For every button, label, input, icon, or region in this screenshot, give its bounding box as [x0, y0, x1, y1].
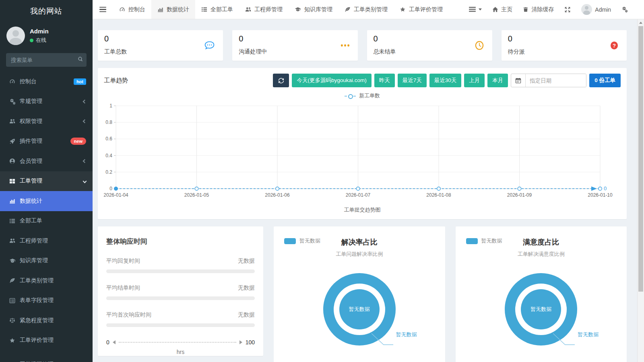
arrow-right-icon — [239, 340, 242, 344]
question-icon: ? — [610, 41, 619, 50]
sidebar-subitem-工程师管理[interactable]: 工程师管理 — [0, 231, 93, 251]
chevron-down-icon — [83, 179, 87, 183]
range-button-昨天[interactable]: 昨天 — [374, 74, 395, 87]
expand-icon — [564, 6, 571, 13]
svg-text:0.2: 0.2 — [105, 169, 112, 175]
chart-legend[interactable]: 暂无数据 — [466, 237, 502, 245]
tab-控制台[interactable]: 控制台 — [113, 0, 151, 19]
callout-label: 暂无数据 — [578, 331, 599, 350]
legend-label: 新工单数 — [359, 93, 380, 99]
home-icon — [492, 6, 498, 12]
gears-icon — [9, 99, 20, 105]
chevron-left-icon — [83, 159, 87, 163]
rocket-icon — [9, 138, 20, 144]
sidebar-subitem-label: 全部工单 — [20, 217, 86, 224]
range-button-最近30天[interactable]: 最近30天 — [429, 74, 462, 87]
user-menu[interactable]: Admin — [576, 4, 616, 15]
home-button[interactable]: 主页 — [487, 6, 518, 13]
metric-value: 无数据 — [238, 311, 255, 319]
tab-工程师管理[interactable]: 工程师管理 — [239, 0, 289, 19]
legend-swatch-icon — [466, 238, 478, 244]
donut-callout: 暂无数据 — [551, 331, 599, 350]
sidebar-item-权限管理[interactable]: 权限管理 — [0, 111, 93, 132]
stat-label: 工单总数 — [104, 48, 217, 56]
chart-legend[interactable]: 新工单数 — [104, 92, 621, 99]
hours-scale: 0 100 — [106, 339, 255, 346]
satisfaction-rate-panel: 暂无数据 满意度占比 工单解决满意度比例 暂无数据 暂无数据 — [456, 226, 627, 362]
range-button-上月[interactable]: 上月 — [464, 74, 485, 87]
range-button-本月[interactable]: 本月 — [487, 74, 508, 87]
search-input[interactable] — [6, 53, 87, 67]
sidebar-subitem-label: 知识库管理 — [20, 257, 86, 264]
tab-工单评价管理[interactable]: 工单评价管理 — [394, 0, 449, 19]
svg-text:0: 0 — [109, 186, 112, 191]
clear-cache-button[interactable]: 清除缓存 — [518, 6, 559, 13]
tabs-menu-button[interactable] — [464, 7, 487, 12]
user-panel: Admin 在线 — [0, 23, 93, 51]
metric-value: 无数据 — [238, 257, 255, 265]
sidebar-subitem-全部工单[interactable]: 全部工单 — [0, 211, 93, 231]
date-picker — [511, 74, 586, 87]
sidebar-subitem-紧急程度管理[interactable]: 紧急程度管理 — [0, 311, 93, 331]
ticket-count-button[interactable]: 0 份工单 — [589, 74, 621, 87]
refresh-button[interactable] — [273, 74, 289, 87]
sidebar-subitem-工单评价管理[interactable]: 工单评价管理 — [0, 331, 93, 351]
chart-legend[interactable]: 暂无数据 — [284, 237, 320, 245]
panel-subtitle: 工单问题解决率比例 — [282, 251, 437, 258]
avatar — [6, 27, 25, 45]
tab-工单类别管理[interactable]: 工单类别管理 — [339, 0, 394, 19]
user-name: Admin — [30, 28, 49, 35]
scrollbar-thumb[interactable] — [638, 26, 643, 292]
sidebar-subitem-数据统计[interactable]: 数据统计 — [0, 191, 93, 211]
sidebar-item-插件管理[interactable]: 插件管理new — [0, 132, 93, 152]
sidebar-subitem-label: 工单类别管理 — [20, 277, 86, 284]
calendar-icon[interactable] — [511, 74, 526, 87]
tab-全部工单[interactable]: 全部工单 — [195, 0, 239, 19]
nav-tabs: 控制台数据统计全部工单工程师管理知识库管理工单类别管理工单评价管理 — [113, 0, 449, 19]
settings-button[interactable] — [616, 6, 633, 12]
tachometer-icon — [9, 78, 20, 84]
stat-value: 0 — [239, 34, 351, 43]
sidebar-item-工单管理[interactable]: 工单管理 — [0, 171, 93, 191]
panel-subtitle: 工单解决满意度比例 — [464, 251, 619, 258]
response-row-平均首次响应时间: 平均首次响应时间无数据 — [106, 311, 255, 327]
metric-progress-bar — [106, 296, 255, 300]
range-button-今天(更多源码bygoukai.com)[interactable]: 今天(更多源码bygoukai.com) — [292, 74, 371, 87]
form-icon — [9, 298, 20, 304]
sidebar-item-会员管理[interactable]: 会员管理 — [0, 151, 93, 171]
sidebar-subitem-工单提醒管理[interactable]: 工单提醒管理 — [0, 354, 93, 362]
callout-label: 暂无数据 — [396, 331, 417, 350]
trend-actions: 今天(更多源码bygoukai.com)昨天最近7天最近30天上月本月 0 份工… — [273, 74, 621, 87]
svg-text:0.8: 0.8 — [105, 119, 112, 125]
graduation-cap-icon — [9, 258, 20, 264]
svg-text:2026-01-09: 2026-01-09 — [507, 192, 532, 198]
date-input[interactable] — [526, 74, 586, 87]
tab-label: 知识库管理 — [304, 6, 332, 13]
svg-text:2026-01-07: 2026-01-07 — [346, 192, 371, 198]
scroll-up-button[interactable] — [638, 19, 644, 26]
sidebar-subitem-知识库管理[interactable]: 知识库管理 — [0, 251, 93, 271]
range-button-最近7天[interactable]: 最近7天 — [398, 74, 427, 87]
sidebar-subitem-工单类别管理[interactable]: 工单类别管理 — [0, 271, 93, 291]
status-label: 在线 — [36, 37, 46, 44]
sidebar-item-控制台[interactable]: 控制台hot — [0, 72, 93, 92]
response-row-top: 平均结单时间无数据 — [106, 284, 255, 292]
sidebar-subitem-表单字段管理[interactable]: 表单字段管理 — [0, 291, 93, 311]
tab-数据统计[interactable]: 数据统计 — [151, 0, 195, 19]
star-icon — [9, 337, 20, 343]
menu-bars-icon — [469, 7, 476, 12]
sidebar-item-常规管理[interactable]: 常规管理 — [0, 92, 93, 112]
sidebar-subitem-label: 紧急程度管理 — [20, 317, 86, 324]
callout-line-icon — [551, 332, 576, 350]
stat-label: 待分派 — [508, 48, 620, 56]
fullscreen-button[interactable] — [559, 6, 576, 13]
ellipsis-icon — [341, 44, 350, 47]
sidebar-toggle-icon[interactable] — [93, 0, 113, 19]
search-icon[interactable] — [78, 56, 83, 62]
page-scrollbar[interactable] — [637, 19, 644, 362]
comment-icon — [204, 41, 215, 50]
site-title: 我的网站 — [0, 0, 93, 23]
tab-知识库管理[interactable]: 知识库管理 — [289, 0, 339, 19]
stat-value: 0 — [104, 34, 217, 43]
clock-icon — [475, 41, 484, 50]
